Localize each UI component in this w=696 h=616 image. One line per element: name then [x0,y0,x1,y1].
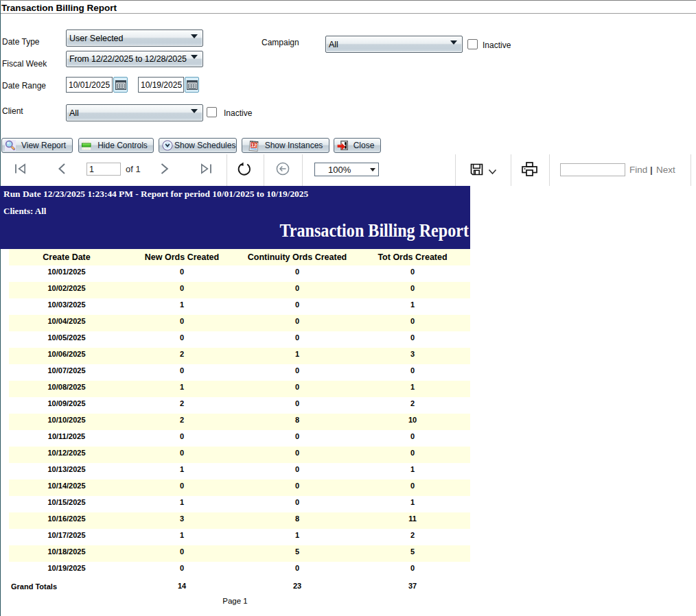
svg-text:12: 12 [251,142,257,149]
